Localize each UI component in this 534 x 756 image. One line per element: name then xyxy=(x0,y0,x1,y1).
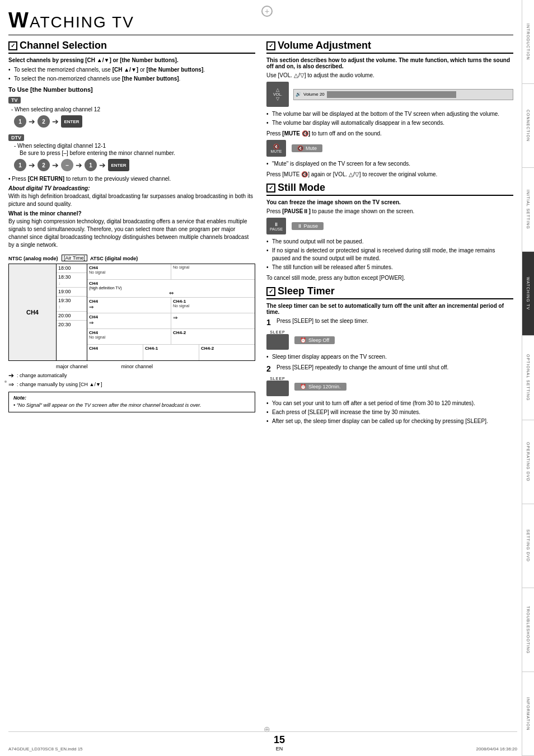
dtv-seq-btn-enter: ENTER xyxy=(108,159,129,171)
still-checkbox-icon: ✓ xyxy=(266,184,275,192)
time-2000: 20:00 xyxy=(57,312,87,321)
diagram-row-5: CH4 No signal CH4-2 xyxy=(87,329,255,345)
vol-label: VOL. xyxy=(273,92,282,96)
volume-diagram: △ VOL. ▽ 🔊 Volume 20 xyxy=(266,82,513,107)
dtv-info: - When selecting digital channel 12-1 Be… xyxy=(14,143,255,156)
page-number: 15 xyxy=(274,734,285,746)
about-digital-text: With its high definition broadcast, digi… xyxy=(8,192,255,208)
volume-adjustment-title: ✓ Volume Adjustment xyxy=(266,40,513,54)
diagram-row-6: CH4 CH4-1 CH4-2 xyxy=(87,345,255,360)
tab-troubleshooting[interactable]: TROUBLESHOOTING xyxy=(522,588,534,672)
page-number-area: 15 EN xyxy=(274,734,285,752)
time-1930: 19:30↕ xyxy=(57,297,87,312)
diagram-legend: ➔ : change automatically ⇒ : change manu… xyxy=(8,372,255,388)
pause-instruction: Press [PAUSE⏸] to pause the image shown … xyxy=(266,208,513,214)
dtv-badge: DTV xyxy=(8,134,24,141)
sleep-label-top-1: SLEEP xyxy=(270,330,285,334)
vol-bullets: The volume bar will be displayed at the … xyxy=(266,110,513,127)
seq-btn-1: 1 xyxy=(14,115,26,128)
tv-button-sequence: 1 ➔ 2 ➔ ENTER xyxy=(14,115,255,128)
legend-hollow: ⇒ : change manually by using [CH ▲/▼] xyxy=(8,381,255,388)
diagram-row-4: CH4 ⇒ ⇒ xyxy=(87,313,255,329)
vol-use-text: Use [VOL. △/▽] to adjust the audio volum… xyxy=(266,72,513,78)
diagram-labels: major channel minor channel xyxy=(8,364,255,369)
dtv-seq-arrow-4: ➔ xyxy=(99,161,106,170)
sleep-bullets: You can set your unit to turn off after … xyxy=(266,400,513,425)
mute-button: 🔇 MUTE xyxy=(266,140,286,157)
channel-bullets: To select the memorized channels, use [C… xyxy=(8,66,255,83)
major-channel-label: major channel xyxy=(56,364,88,369)
what-minor-text: By using high compression technology, di… xyxy=(8,218,255,249)
channel-bullet-2: To select the non-memorized channels use… xyxy=(8,75,255,83)
time-2030: 20:30 xyxy=(57,321,87,329)
legend-hollow-text: : change manually by using [CH ▲/▼] xyxy=(17,382,102,387)
mute-note: "Mute" is displayed on the TV screen for… xyxy=(266,160,513,168)
cell-ch4-1900: CH4 ⇒ xyxy=(87,298,171,313)
mute-label: MUTE xyxy=(271,149,282,153)
channel-bullet-1: To select the memorized channels, use [C… xyxy=(8,66,255,74)
mute-instruction: Press [MUTE 🔇] to turn off and on the so… xyxy=(266,130,513,137)
solid-arrow-icon: ➔ xyxy=(8,372,14,379)
footer: A74GDUE_LD370SC8 S_EN.indd 15 15 EN 2008… xyxy=(8,731,517,752)
what-minor-title: What is the minor channel? xyxy=(8,210,255,217)
dtv-seq-arrow-3: ➔ xyxy=(76,161,82,170)
tab-watching-tv[interactable]: WATCHING TV xyxy=(522,252,534,336)
vol-number-label: Volume 20 xyxy=(303,92,325,97)
cell-ch4-1830: CH4 (high definition TV) ⇔ xyxy=(87,280,255,297)
vol-bullet-2: The volume bar display will automaticall… xyxy=(266,119,513,127)
tv-analog-note: - When selecting analog channel 12 xyxy=(11,106,255,112)
about-digital-title: About digital TV broadcasting: xyxy=(8,185,255,191)
seq-arrow-1: ➔ xyxy=(29,117,35,126)
sleep-display-1-text: Sleep Off xyxy=(308,337,329,343)
tab-setting-dvd[interactable]: SETTING DVD xyxy=(522,504,534,588)
sleep-bullet-1: You can set your unit to turn off after … xyxy=(266,400,513,407)
vol-button: △ VOL. ▽ xyxy=(266,82,289,107)
vol-checkbox-icon: ✓ xyxy=(266,41,275,50)
air-time-label: [Air Time] xyxy=(62,255,87,261)
dtv-seq-btn-2: 2 xyxy=(38,159,50,171)
pause-display: ⏸ Pause xyxy=(292,222,324,230)
tab-operating-dvd[interactable]: OPERATING DVD xyxy=(522,420,534,504)
sleep-display-2-text: Sleep 120min. xyxy=(308,384,341,389)
vol-bullet-1: The volume bar will be displayed at the … xyxy=(266,110,513,118)
sleep-bullet-2: Each press of [SLEEP] will increase the … xyxy=(266,408,513,416)
mute-diagram: 🔇 MUTE 🔇 Mute xyxy=(266,140,513,157)
footer-right: 2008/04/04 16:36:20 xyxy=(476,746,517,752)
vol-intro: This section describes how to adjust the… xyxy=(266,57,513,69)
note-box: Note: • "No Signal" will appear on the T… xyxy=(8,392,255,412)
cell-ch4-2-2000: CH4-2 xyxy=(171,329,255,344)
right-column: ✓ Volume Adjustment This section describ… xyxy=(266,40,513,429)
diagram-ch4-left: CH4 xyxy=(9,264,57,360)
sleep-step2: 2 Press [SLEEP] repeatedly to change the… xyxy=(266,364,513,373)
dtv-note1: - When selecting digital channel 12-1 xyxy=(14,143,255,149)
tab-initial-setting[interactable]: INITIAL SETTING xyxy=(522,168,534,252)
seq-btn-2: 2 xyxy=(38,115,50,128)
top-registration-mark xyxy=(261,6,273,17)
sleep-icon-1: ⏰ xyxy=(300,337,306,343)
still-bullet-3: The still function will be released afte… xyxy=(266,264,513,271)
checkbox-icon: ✓ xyxy=(8,41,17,50)
mute-display: 🔇 Mute xyxy=(292,144,322,152)
tab-connection[interactable]: CONNECTION xyxy=(522,84,534,168)
diagram-row-2: CH4 (high definition TV) ⇔ xyxy=(87,280,255,298)
note-title: Note: xyxy=(13,395,250,401)
time-1830: 18:30↓ xyxy=(57,273,87,288)
diagram-right: CH4 No signal No signal CH4 (high def xyxy=(87,264,255,360)
tab-optional-setting[interactable]: OPTIONAL SETTING xyxy=(522,336,534,420)
seq-arrow-2: ➔ xyxy=(52,117,59,126)
channel-diagram-section: NTSC (analog mode) [Air Time] ATSC (digi… xyxy=(8,255,255,412)
still-bullet-2: If no signal is detected or protected si… xyxy=(266,247,513,262)
tab-introduction[interactable]: INTRODUCTION xyxy=(522,0,534,84)
tab-information[interactable]: INFORMATION xyxy=(522,672,534,756)
page-lang: EN xyxy=(276,746,283,752)
step-2-number: 2 xyxy=(266,364,277,373)
sleep-icon-2: ⏰ xyxy=(300,384,306,389)
left-registration-mark xyxy=(4,381,7,383)
still-bullet-1: The sound output will not be paused. xyxy=(266,238,513,246)
legend-solid-text: : change automatically xyxy=(17,373,67,378)
step-1-number: 1 xyxy=(266,318,277,327)
vol-up-arrow: △ xyxy=(276,87,279,92)
minor-channel-label: minor channel xyxy=(121,364,153,369)
number-buttons-title: To Use [the Number buttons] xyxy=(8,86,255,93)
cell-ch4-1-2030: CH4-1 xyxy=(143,345,199,360)
